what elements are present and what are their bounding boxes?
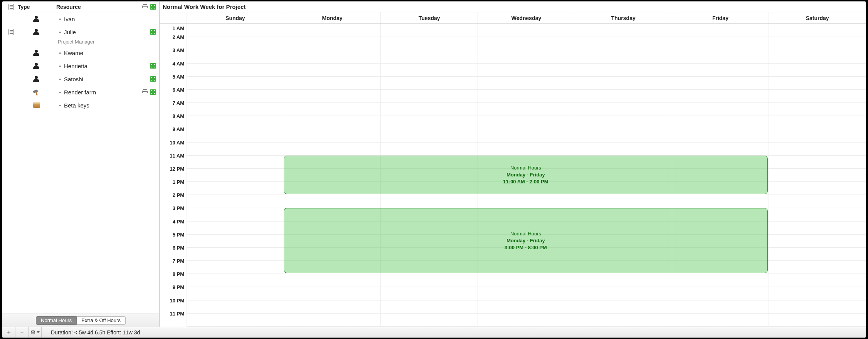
resource-row[interactable]: •Kwame	[2, 46, 159, 59]
person-icon	[33, 76, 39, 82]
resource-name: Render farm	[64, 89, 136, 96]
hour-label: 1 PM	[160, 179, 187, 192]
resource-list[interactable]: •Ivan•JulieProject Manager•Kwame•Henriet…	[2, 12, 159, 314]
hour-label: 2 PM	[160, 192, 187, 205]
calendar-icon	[142, 91, 148, 93]
resource-name: Henrietta	[64, 63, 136, 69]
hour-label: 4 AM	[160, 61, 187, 74]
status-text: Duration: < 5w 4d 6.5h Effort: 11w 3d	[42, 329, 140, 336]
calendar-title: Normal Work Week for Project	[160, 2, 866, 12]
hour-label: 5 PM	[160, 232, 187, 245]
block-label: Normal Hours	[510, 230, 541, 237]
puzzle-icon	[150, 4, 156, 10]
work-hours-block[interactable]: Normal HoursMonday - Friday3:00 PM - 8:0…	[284, 208, 768, 273]
work-hours-block[interactable]: Normal HoursMonday - Friday11:00 AM - 2:…	[284, 156, 768, 195]
block-days: Monday - Friday	[506, 171, 545, 178]
day-header: Wednesday	[478, 12, 575, 23]
resource-name: Julie	[64, 29, 136, 35]
day-header: Tuesday	[380, 12, 478, 23]
resource-name: Kwame	[64, 50, 136, 56]
hour-label: 9 AM	[160, 126, 187, 139]
calendar-panel: Normal Work Week for Project SundayMonda…	[160, 2, 866, 327]
resource-sidebar: Type Resource •Ivan•JulieProject Manager…	[2, 2, 160, 327]
puzzle-icon	[150, 63, 156, 69]
sidebar-header: Type Resource	[2, 2, 159, 12]
hour-label: 11 PM	[160, 311, 187, 324]
column-header-notes[interactable]	[5, 4, 18, 10]
day-header: Monday	[284, 12, 381, 23]
hour-label: 8 AM	[160, 113, 187, 126]
resource-row[interactable]: •Satoshi	[2, 72, 159, 86]
hour-label: 11 AM	[160, 153, 187, 166]
day-header: Thursday	[575, 12, 672, 23]
hour-label: 3 AM	[160, 47, 187, 60]
hammer-icon	[33, 89, 40, 95]
day-header: Saturday	[769, 12, 866, 23]
hour-label: 4 PM	[160, 219, 187, 232]
resource-name: Satoshi	[64, 76, 136, 82]
remove-button[interactable]: －	[15, 327, 29, 337]
column-header-resource[interactable]: Resource	[56, 4, 136, 10]
sidebar-tabs: Normal Hours Extra & Off Hours	[2, 314, 159, 327]
notes-icon	[8, 29, 14, 35]
box-icon	[33, 102, 40, 108]
block-days: Monday - Friday	[506, 237, 545, 244]
calendar-day-header: SundayMondayTuesdayWednesdayThursdayFrid…	[160, 12, 866, 24]
resource-subtitle: Project Manager	[2, 37, 159, 46]
hour-label: 5 AM	[160, 74, 187, 87]
resource-name: Ivan	[64, 16, 136, 22]
puzzle-icon	[150, 89, 156, 95]
block-time: 3:00 PM - 8:00 PM	[505, 244, 547, 251]
resource-row[interactable]: •Render farm	[2, 86, 159, 99]
add-button[interactable]: ＋	[2, 327, 15, 337]
resource-row[interactable]: •Ivan	[2, 12, 159, 25]
tab-extra-off-hours[interactable]: Extra & Off Hours	[77, 316, 126, 325]
day-header: Sunday	[187, 12, 284, 23]
notes-icon	[8, 4, 14, 10]
hour-label: 7 AM	[160, 100, 187, 113]
resource-row[interactable]: •Beta keys	[2, 99, 159, 112]
person-icon	[33, 63, 39, 69]
hour-label: 7 PM	[160, 258, 187, 271]
hour-label: 2 AM	[160, 34, 187, 47]
calendar-icon	[142, 6, 148, 8]
person-icon	[33, 16, 39, 22]
person-icon	[33, 50, 39, 56]
block-label: Normal Hours	[510, 164, 541, 171]
hour-label: 10 PM	[160, 298, 187, 311]
calendar-body[interactable]: 1 AM2 AM3 AM4 AM5 AM6 AM7 AM8 AM9 AM10 A…	[160, 24, 866, 327]
bottom-toolbar: ＋ － ✻ Duration: < 5w 4d 6.5h Effort: 11w…	[2, 327, 866, 337]
day-header: Friday	[672, 12, 769, 23]
hour-label: 3 PM	[160, 205, 187, 218]
hour-label: 9 PM	[160, 284, 187, 297]
tab-normal-hours[interactable]: Normal Hours	[36, 316, 77, 325]
resource-row[interactable]: •Julie	[2, 25, 159, 39]
person-icon	[33, 29, 39, 35]
hour-label: 6 PM	[160, 245, 187, 258]
hour-label: 10 AM	[160, 140, 187, 153]
puzzle-icon	[150, 76, 156, 82]
column-header-type[interactable]: Type	[18, 4, 56, 10]
gear-menu-button[interactable]: ✻	[29, 327, 42, 337]
resource-name: Beta keys	[64, 102, 136, 109]
resource-row[interactable]: •Henrietta	[2, 59, 159, 72]
block-time: 11:00 AM - 2:00 PM	[503, 178, 548, 185]
hour-label: 12 PM	[160, 166, 187, 179]
puzzle-icon	[150, 29, 156, 35]
hour-label: 6 AM	[160, 87, 187, 100]
hour-label: 8 PM	[160, 271, 187, 284]
